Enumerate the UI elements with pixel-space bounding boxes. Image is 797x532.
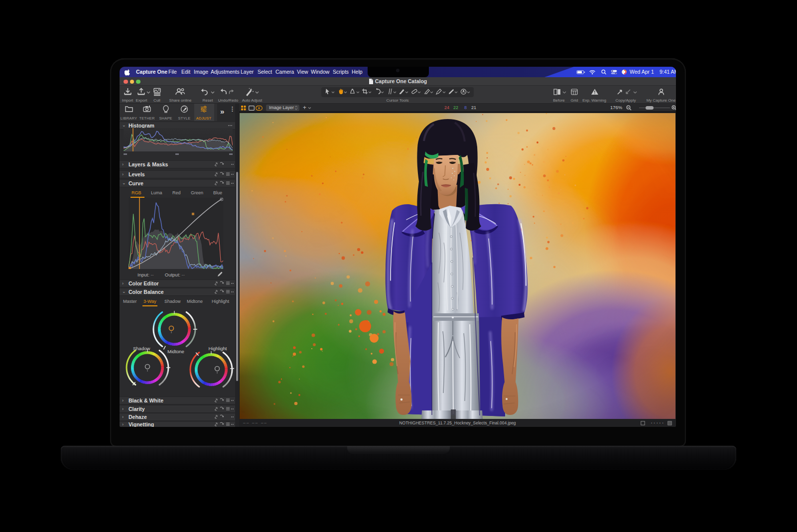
svg-text:Midtone: Midtone [167,349,184,354]
svg-text:Highlight: Highlight [209,346,227,351]
svg-text:Shadow: Shadow [133,346,150,351]
